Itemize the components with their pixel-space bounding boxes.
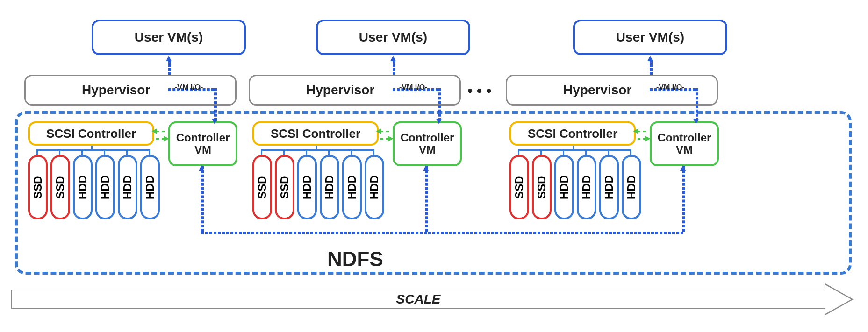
arrow-right-green-icon: [388, 136, 394, 141]
user-vm-block-1: User VM(s): [92, 20, 246, 55]
scsi-bus-line: [283, 149, 285, 155]
scsi-bus-line: [563, 149, 564, 155]
drive-hdd: HDD: [342, 155, 362, 219]
scsi-bus-line: [328, 149, 330, 155]
connector: [438, 88, 441, 121]
drive-row-2: SSD SSD HDD HDD HDD HDD: [252, 155, 384, 219]
drive-hdd: HDD: [95, 155, 115, 219]
scale-arrow: SCALE: [11, 283, 856, 316]
drive-hdd: HDD: [577, 155, 596, 219]
arrow-down-icon: [436, 119, 442, 124]
scsi-bus-line: [630, 149, 631, 155]
scsi-bus-line: [608, 149, 609, 155]
connector-green: [638, 131, 646, 132]
connector: [696, 88, 698, 121]
drive-ssd: SSD: [275, 155, 294, 219]
scsi-controller-block-3: SCSI Controller: [509, 121, 636, 146]
drive-hdd: HDD: [622, 155, 641, 219]
scsi-bus-line: [59, 149, 60, 155]
ndfs-link: [201, 166, 204, 232]
scsi-bus-line: [585, 149, 587, 155]
connector: [650, 61, 653, 75]
scsi-bus-line: [81, 149, 83, 155]
scsi-controller-block-2: SCSI Controller: [252, 121, 379, 146]
controller-vm-block-3: Controller VM: [650, 121, 719, 166]
drive-row-3: SSD SSD HDD HDD HDD HDD: [509, 155, 641, 219]
drive-hdd: HDD: [320, 155, 339, 219]
arrow-up-icon: [199, 165, 204, 171]
user-vm-block-3: User VM(s): [573, 20, 727, 55]
drive-ssd: SSD: [252, 155, 272, 219]
connector-green: [380, 131, 389, 132]
vmio-label: -VM I/O-: [656, 83, 684, 92]
hypervisor-label: Hypervisor: [563, 83, 631, 98]
scsi-bus-line: [518, 149, 631, 151]
drive-ssd: SSD: [50, 155, 70, 219]
connector: [393, 61, 395, 75]
arrow-left-green-icon: [151, 128, 157, 134]
scsi-bus-line: [149, 149, 150, 155]
scsi-bus-line: [540, 149, 542, 155]
vmio-label: -VM I/O-: [175, 83, 203, 92]
arrow-down-icon: [212, 119, 217, 124]
drive-hdd: HDD: [140, 155, 160, 219]
drive-hdd: HDD: [599, 155, 619, 219]
ndfs-link: [682, 166, 685, 232]
scsi-bus-line: [36, 149, 150, 151]
drive-hdd: HDD: [297, 155, 317, 219]
arrow-right-icon: [825, 284, 851, 314]
scsi-bus-line: [373, 149, 374, 155]
arrow-up-icon: [680, 165, 686, 171]
scsi-bus-line: [261, 149, 374, 151]
drive-hdd: HDD: [73, 155, 93, 219]
scsi-bus-line: [351, 149, 352, 155]
drive-ssd: SSD: [532, 155, 552, 219]
scsi-bus-line: [573, 146, 574, 149]
vmio-label: -VM I/O-: [399, 83, 427, 92]
scsi-controller-block-1: SCSI Controller: [28, 121, 154, 146]
arrow-left-green-icon: [633, 128, 638, 134]
scsi-bus-line: [306, 149, 307, 155]
user-vm-block-2: User VM(s): [316, 20, 470, 55]
arrow-left-green-icon: [376, 128, 381, 134]
scsi-bus-line: [126, 149, 128, 155]
scale-label: SCALE: [11, 290, 825, 309]
drive-ssd: SSD: [28, 155, 48, 219]
connector: [168, 61, 171, 75]
connector-green: [156, 131, 165, 132]
scsi-bus-line: [316, 146, 317, 149]
ndfs-link: [425, 166, 428, 232]
drive-hdd: HDD: [118, 155, 137, 219]
diagram-root: User VM(s) Hypervisor SCSI Controller Co…: [9, 9, 859, 323]
controller-vm-block-2: Controller VM: [393, 121, 462, 166]
scsi-bus-line: [261, 149, 262, 155]
scsi-bus-line: [518, 149, 519, 155]
arrow-up-icon: [423, 165, 429, 171]
drive-row-1: SSD SSD HDD HDD HDD HDD: [28, 155, 160, 219]
controller-vm-block-1: Controller VM: [168, 121, 237, 166]
arrow-right-green-icon: [164, 136, 169, 141]
scsi-bus-line: [104, 149, 105, 155]
ndfs-label: NDFS: [327, 247, 383, 271]
hypervisor-label: Hypervisor: [306, 83, 374, 98]
hypervisor-label: Hypervisor: [82, 83, 150, 98]
ndfs-link: [201, 232, 683, 234]
scsi-bus-line: [36, 149, 38, 155]
arrow-down-icon: [693, 119, 699, 124]
connector: [214, 88, 217, 121]
scsi-bus-line: [91, 146, 93, 149]
drive-ssd: SSD: [509, 155, 529, 219]
ellipsis-icon: • • •: [467, 82, 491, 99]
drive-hdd: HDD: [365, 155, 384, 219]
arrow-right-green-icon: [645, 136, 651, 141]
drive-hdd: HDD: [554, 155, 574, 219]
